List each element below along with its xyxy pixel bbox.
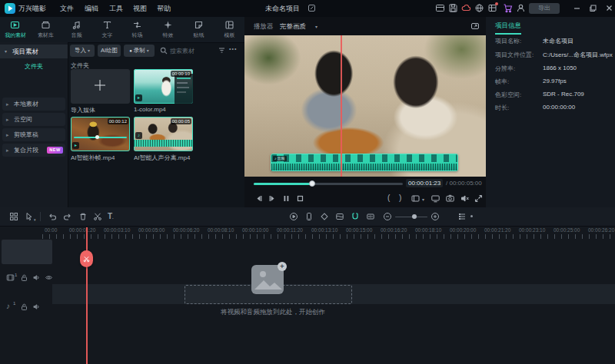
play-button[interactable] bbox=[268, 194, 278, 204]
keyframe-icon[interactable] bbox=[320, 212, 329, 221]
ai-paint-button[interactable]: AI绘图 bbox=[98, 45, 121, 57]
mute-track-icon[interactable] bbox=[32, 273, 41, 282]
tab-stickers[interactable]: 贴纸 bbox=[184, 17, 214, 42]
stop-button[interactable] bbox=[295, 194, 305, 204]
delete-trash-icon[interactable] bbox=[78, 212, 88, 221]
timeline-ruler[interactable]: 00:00 00:00:01:20 00:00:03:10 00:00:05:0… bbox=[0, 227, 615, 233]
ruler-label: 00:00:25:00 bbox=[554, 227, 580, 233]
mask-icon[interactable] bbox=[335, 212, 344, 221]
track-manager-caret[interactable] bbox=[470, 215, 473, 217]
ai-paint-label: AI绘图 bbox=[101, 47, 118, 55]
tab-transitions[interactable]: 转场 bbox=[122, 17, 153, 42]
app-name: 万兴喵影 bbox=[18, 4, 46, 14]
track-manager-icon[interactable] bbox=[457, 212, 467, 221]
chevron-down-icon[interactable]: ▾ bbox=[34, 217, 36, 222]
tab-project-info[interactable]: 项目信息 bbox=[495, 22, 521, 35]
tab-effects[interactable]: 特效 bbox=[153, 17, 184, 42]
filter-icon[interactable] bbox=[218, 46, 226, 55]
menu-file[interactable]: 文件 bbox=[60, 4, 74, 14]
sidebar-item-compound-clip[interactable]: ▸ 复合片段 NEW bbox=[2, 144, 65, 157]
sidebar-item-cloud-space[interactable]: ▸ 云空间 bbox=[2, 113, 65, 126]
chevron-right-icon: ▸ bbox=[6, 113, 9, 126]
lock-track-icon[interactable] bbox=[20, 303, 28, 311]
redo-icon[interactable] bbox=[63, 212, 72, 221]
previous-frame-button[interactable] bbox=[254, 194, 264, 204]
audio-clip-overlay[interactable]: ♪ 音频 bbox=[271, 154, 458, 171]
menu-help[interactable]: 帮助 bbox=[157, 4, 171, 14]
media-item-ai-frame-interp[interactable]: 00:00:12 ▸ bbox=[71, 117, 130, 151]
export-button[interactable]: 导出 bbox=[529, 3, 560, 14]
import-media-tile[interactable] bbox=[71, 69, 130, 104]
playhead-handle[interactable] bbox=[80, 250, 93, 267]
text-tool-icon[interactable]: T. bbox=[108, 212, 114, 220]
tab-text[interactable]: 文字 bbox=[91, 17, 122, 42]
phone-preview-icon[interactable] bbox=[304, 212, 314, 221]
menu-tools[interactable]: 工具 bbox=[109, 4, 123, 14]
media-item-label: 1-color.mp4 bbox=[134, 106, 195, 113]
waveform-strip bbox=[134, 140, 193, 147]
save-icon[interactable] bbox=[448, 3, 458, 13]
playhead-line[interactable] bbox=[86, 227, 88, 364]
search-input[interactable]: 搜索素材 bbox=[170, 47, 194, 55]
zoom-slider[interactable] bbox=[395, 217, 427, 218]
audio-mixer-icon[interactable] bbox=[366, 212, 375, 221]
popout-player-icon[interactable] bbox=[470, 22, 480, 31]
sidebar-item-project-media[interactable]: ▾ 项目素材 bbox=[0, 45, 68, 58]
quick-tools-icon[interactable] bbox=[9, 212, 18, 221]
menu-view[interactable]: 视图 bbox=[133, 4, 147, 14]
sidebar-item-jianying-drafts[interactable]: ▸ 剪映草稿 bbox=[2, 128, 65, 141]
zoom-out-icon[interactable] bbox=[383, 212, 392, 221]
undo-icon[interactable] bbox=[48, 212, 57, 221]
workspace-icon[interactable] bbox=[487, 3, 497, 13]
cloud-backup-icon[interactable] bbox=[461, 3, 471, 13]
seek-bar[interactable] bbox=[254, 183, 403, 185]
render-preview-icon[interactable] bbox=[289, 212, 298, 221]
mark-out-button[interactable]: ) bbox=[399, 194, 401, 202]
record-button[interactable]: ● 录制 ▾ bbox=[124, 45, 155, 57]
split-scissors-icon[interactable] bbox=[93, 212, 102, 221]
mute-track-icon[interactable] bbox=[32, 303, 41, 311]
ai-feature-chip: ▸ bbox=[135, 94, 142, 101]
maximize-icon[interactable] bbox=[589, 4, 599, 14]
language-globe-icon[interactable] bbox=[474, 3, 484, 13]
video-preview[interactable]: ♪ 音频 bbox=[244, 35, 486, 177]
seek-handle[interactable] bbox=[309, 180, 315, 187]
media-item-1color[interactable]: 00:00:10 ▸ bbox=[134, 69, 193, 104]
tab-my-media[interactable]: 我的素材 bbox=[0, 17, 31, 42]
layout-switch-icon[interactable] bbox=[435, 3, 445, 13]
progress-line bbox=[74, 137, 127, 138]
menu-edit[interactable]: 编辑 bbox=[85, 4, 98, 14]
minimize-icon[interactable] bbox=[573, 4, 583, 14]
user-account-icon[interactable] bbox=[516, 3, 526, 13]
snapshot-camera-button[interactable] bbox=[445, 194, 455, 204]
hide-track-eye-icon[interactable] bbox=[45, 273, 53, 282]
track-header-empty[interactable] bbox=[2, 240, 52, 264]
quality-dropdown[interactable]: 完整画质 bbox=[280, 22, 306, 31]
sidebar-item-local-media[interactable]: ▸ 本地素材 bbox=[2, 98, 65, 111]
mute-speaker-button[interactable] bbox=[460, 194, 470, 204]
ruler-label: 00:00:06:20 bbox=[173, 227, 199, 233]
chevron-down-icon: ▾ bbox=[315, 24, 317, 29]
sidebar-item-folder-selected[interactable]: 文件夹 bbox=[0, 61, 68, 73]
zoom-in-icon[interactable] bbox=[430, 212, 440, 221]
select-tool-icon[interactable] bbox=[25, 212, 34, 221]
more-options-icon[interactable]: ••• bbox=[229, 46, 237, 51]
fullscreen-button[interactable] bbox=[474, 194, 484, 204]
tab-audio[interactable]: 音频 bbox=[62, 17, 92, 42]
import-button[interactable]: 导入 ▾ bbox=[70, 45, 95, 57]
snap-magnet-icon[interactable] bbox=[351, 212, 360, 221]
close-icon[interactable] bbox=[605, 4, 615, 14]
lock-track-icon[interactable] bbox=[20, 273, 28, 282]
chevron-right-icon: ▸ bbox=[6, 98, 9, 111]
zoom-slider-handle[interactable] bbox=[412, 214, 417, 219]
media-item-ai-vocal-split[interactable]: 00:00:05 ♪ bbox=[134, 117, 193, 151]
rename-project-icon[interactable] bbox=[308, 4, 316, 12]
tab-stock-media[interactable]: 素材库 bbox=[31, 17, 62, 42]
mirror-display-button[interactable] bbox=[430, 194, 440, 204]
chevron-down-icon[interactable]: ▾ bbox=[422, 197, 424, 202]
pause-button[interactable] bbox=[281, 194, 291, 204]
store-cart-icon[interactable] bbox=[503, 3, 513, 13]
mark-in-button[interactable]: ( bbox=[387, 194, 390, 202]
tab-templates[interactable]: 模板 bbox=[214, 17, 244, 42]
aspect-ratio-button[interactable] bbox=[411, 194, 421, 204]
